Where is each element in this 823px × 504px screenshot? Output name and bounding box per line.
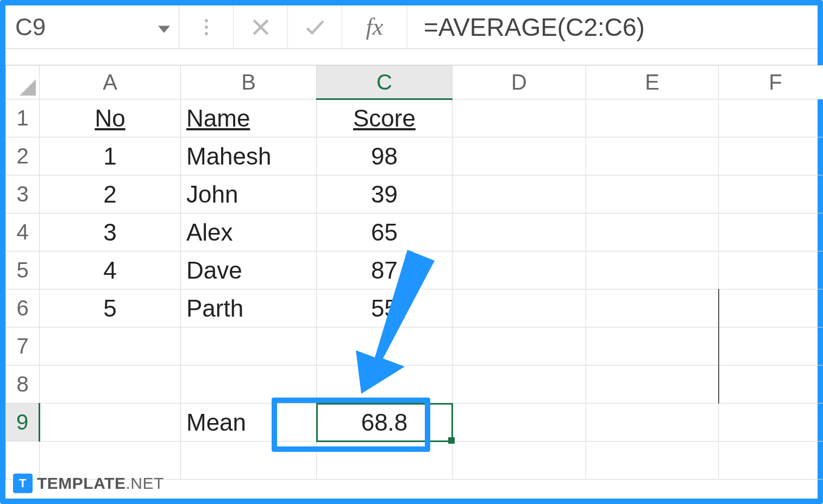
cell-A9[interactable]	[40, 404, 181, 442]
cell-C6[interactable]: 55	[317, 289, 453, 327]
watermark-brand-bold: TEMPLATE	[37, 474, 125, 492]
row-3: 3 2 John 39	[6, 175, 824, 213]
cell-B8[interactable]	[181, 366, 317, 404]
row-9: 9 Mean 68.8	[6, 404, 824, 442]
cell-D9[interactable]	[453, 404, 586, 442]
cell-C8[interactable]	[317, 366, 453, 404]
cell-A6[interactable]: 5	[40, 289, 181, 327]
watermark: T TEMPLATE.NET	[13, 474, 164, 493]
row-4: 4 3 Alex 65	[6, 213, 824, 251]
row-header-3[interactable]: 3	[6, 175, 40, 213]
cell-B5[interactable]: Dave	[181, 251, 317, 289]
cell-E8[interactable]	[586, 366, 719, 404]
dropdown-icon[interactable]	[158, 14, 170, 41]
cell-F5[interactable]	[719, 251, 824, 289]
check-icon	[303, 15, 327, 39]
cell-A4[interactable]: 3	[40, 213, 181, 251]
cell-D10[interactable]	[453, 442, 586, 480]
col-header-A[interactable]: A	[40, 66, 181, 99]
cell-E4[interactable]	[586, 213, 719, 251]
cell-E3[interactable]	[586, 175, 719, 213]
insert-function-button[interactable]: fx	[342, 5, 407, 48]
formula-input[interactable]: =AVERAGE(C2:C6)	[407, 5, 818, 48]
cell-E9[interactable]	[586, 404, 719, 442]
cell-A5[interactable]: 4	[40, 251, 181, 289]
cell-D4[interactable]	[453, 213, 586, 251]
cell-A1[interactable]: No	[40, 99, 181, 137]
name-box[interactable]: C9	[5, 5, 179, 48]
cell-C2[interactable]: 98	[317, 137, 453, 175]
cell-E10[interactable]	[586, 442, 719, 480]
watermark-brand-rest: .NET	[125, 474, 164, 492]
row-header-4[interactable]: 4	[6, 213, 40, 251]
fill-handle[interactable]	[448, 437, 455, 444]
cell-F1[interactable]	[719, 99, 824, 137]
row-header-7[interactable]: 7	[6, 327, 40, 366]
col-header-C[interactable]: C	[317, 66, 453, 99]
cell-B2[interactable]: Mahesh	[181, 137, 317, 175]
x-icon	[249, 15, 273, 39]
select-all-triangle-icon	[20, 79, 36, 96]
cell-F2[interactable]	[719, 137, 824, 175]
cell-C10[interactable]	[317, 442, 453, 480]
cell-F3[interactable]	[719, 175, 824, 213]
cell-D7[interactable]	[453, 327, 586, 366]
spreadsheet-grid[interactable]: A B C D E F 1 No Name Score	[5, 65, 818, 480]
cell-B9[interactable]: Mean	[181, 404, 317, 442]
cell-C4[interactable]: 65	[317, 213, 453, 251]
row-2: 2 1 Mahesh 98	[6, 137, 824, 175]
cell-D5[interactable]	[453, 251, 586, 289]
col-header-D[interactable]: D	[453, 66, 586, 99]
cell-F4[interactable]	[719, 213, 824, 251]
col-header-B[interactable]: B	[181, 66, 317, 99]
cell-B7[interactable]	[181, 327, 317, 366]
cell-E2[interactable]	[586, 137, 719, 175]
cell-C5[interactable]: 87	[317, 251, 453, 289]
cell-D6[interactable]	[453, 289, 586, 327]
cell-A2[interactable]: 1	[40, 137, 181, 175]
col-header-F[interactable]: F	[719, 66, 824, 99]
row-header-1[interactable]: 1	[6, 99, 40, 137]
cell-B10[interactable]	[181, 442, 317, 480]
cell-E7[interactable]	[586, 327, 719, 366]
cell-B4[interactable]: Alex	[181, 213, 317, 251]
cell-C9[interactable]: 68.8	[317, 404, 453, 442]
cell-F10[interactable]	[719, 442, 824, 480]
cell-A3[interactable]: 2	[40, 175, 181, 213]
cell-E5[interactable]	[586, 251, 719, 289]
cell-D2[interactable]	[453, 137, 586, 175]
cell-F7[interactable]	[719, 327, 824, 366]
row-header-2[interactable]: 2	[6, 137, 40, 175]
cell-D3[interactable]	[453, 175, 586, 213]
cell-F6[interactable]	[719, 289, 824, 327]
cell-B1[interactable]: Name	[181, 99, 317, 137]
row-header-9[interactable]: 9	[6, 404, 40, 442]
cell-A7[interactable]	[40, 327, 181, 366]
enter-button[interactable]	[288, 5, 342, 48]
dots-vertical-icon	[205, 19, 208, 35]
formula-bar-expand-strip[interactable]	[5, 49, 818, 65]
formula-dots-button[interactable]	[179, 5, 234, 48]
cell-A8[interactable]	[40, 366, 181, 404]
cell-C7[interactable]	[317, 327, 453, 366]
cancel-button[interactable]	[234, 5, 288, 48]
cell-E6[interactable]	[586, 289, 719, 327]
col-header-E[interactable]: E	[586, 66, 719, 99]
cell-E1[interactable]	[586, 99, 719, 137]
cell-C3[interactable]: 39	[317, 175, 453, 213]
cell-B6[interactable]: Parth	[181, 289, 317, 327]
cell-D8[interactable]	[453, 366, 586, 404]
row-header-6[interactable]: 6	[6, 289, 40, 327]
formula-text: =AVERAGE(C2:C6)	[424, 12, 645, 42]
select-all-corner[interactable]	[6, 66, 40, 99]
row-header-5[interactable]: 5	[6, 251, 40, 289]
cell-B3[interactable]: John	[181, 175, 317, 213]
cell-F9[interactable]	[719, 404, 824, 442]
cell-C9-value: 68.8	[361, 409, 408, 436]
name-box-value: C9	[15, 14, 46, 41]
row-1: 1 No Name Score	[6, 99, 824, 137]
cell-D1[interactable]	[453, 99, 586, 137]
cell-F8[interactable]	[719, 366, 824, 404]
row-header-8[interactable]: 8	[6, 366, 40, 404]
cell-C1[interactable]: Score	[317, 99, 453, 137]
